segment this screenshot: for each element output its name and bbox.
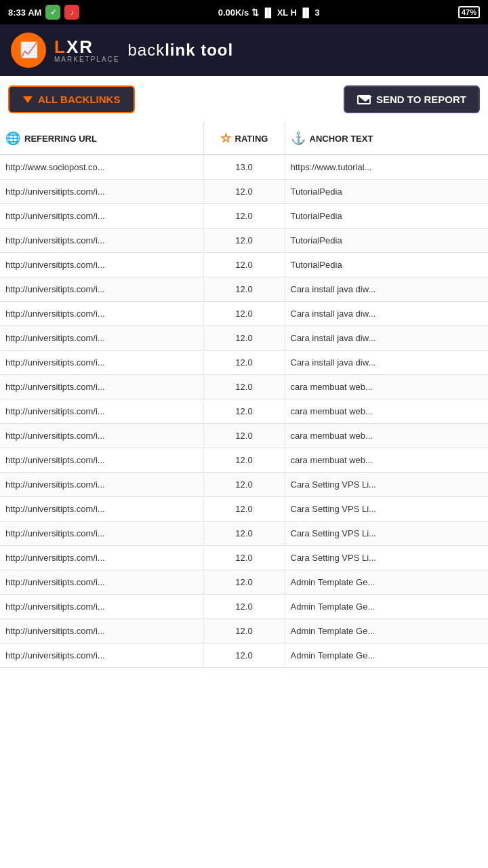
- table-row[interactable]: http://universitipts.com/i...12.0Admin T…: [0, 595, 488, 619]
- table-row[interactable]: http://universitipts.com/i...12.0Admin T…: [0, 570, 488, 595]
- table-row[interactable]: http://universitipts.com/i...12.0Cara Se…: [0, 473, 488, 497]
- table-row[interactable]: http://universitipts.com/i...12.0Cara in…: [0, 302, 488, 326]
- table-row[interactable]: http://universitipts.com/i...12.0Tutoria…: [0, 204, 488, 229]
- th-rating-icon-group: ☆ RATING: [220, 131, 268, 146]
- table-row[interactable]: http://universitipts.com/i...12.0Cara Se…: [0, 546, 488, 570]
- table-row[interactable]: http://universitipts.com/i...12.0Tutoria…: [0, 180, 488, 204]
- cell-url: http://universitipts.com/i...: [0, 375, 203, 399]
- cell-rating: 12.0: [203, 375, 285, 399]
- status-left: 8:33 AM ✓ ♪: [8, 5, 79, 20]
- cell-rating: 12.0: [203, 277, 285, 302]
- table-row[interactable]: http://universitipts.com/i...12.0Cara Se…: [0, 521, 488, 546]
- signal-bars-2: ▐▌: [300, 7, 312, 18]
- send-to-report-button[interactable]: SEND TO REPORT: [344, 85, 480, 113]
- th-rating-label: RATING: [235, 134, 268, 144]
- cell-url: http://universitipts.com/i...: [0, 204, 203, 229]
- cell-url: http://universitipts.com/i...: [0, 253, 203, 277]
- cell-anchor: https://www.tutorial...: [285, 155, 488, 180]
- table-row[interactable]: http://universitipts.com/i...12.0Admin T…: [0, 644, 488, 668]
- cell-rating: 12.0: [203, 351, 285, 375]
- cell-url: http://www.sociopost.co...: [0, 155, 203, 180]
- table-row[interactable]: http://universitipts.com/i...12.0cara me…: [0, 399, 488, 424]
- status-time: 8:33 AM: [8, 7, 41, 18]
- logo-marketplace: MARKETPLACE: [54, 56, 119, 63]
- logo-l: L: [54, 37, 66, 57]
- cell-url: http://universitipts.com/i...: [0, 546, 203, 570]
- backlinks-table-container: 🌐 REFERRING URL ☆ RATING ⚓ ANCHOR TEXT: [0, 123, 488, 668]
- cell-anchor: Cara install java diw...: [285, 326, 488, 351]
- all-backlinks-label: ALL BACKLINKS: [38, 94, 120, 105]
- cell-anchor: Cara Setting VPS Li...: [285, 521, 488, 546]
- cell-anchor: Cara install java diw...: [285, 302, 488, 326]
- cell-anchor: TutorialPedia: [285, 229, 488, 253]
- logo-text: LXR MARKETPLACE: [54, 38, 119, 63]
- table-row[interactable]: http://universitipts.com/i...12.0Cara Se…: [0, 497, 488, 521]
- cell-url: http://universitipts.com/i...: [0, 595, 203, 619]
- cell-url: http://universitipts.com/i...: [0, 497, 203, 521]
- cell-anchor: cara membuat web...: [285, 399, 488, 424]
- table-header-row: 🌐 REFERRING URL ☆ RATING ⚓ ANCHOR TEXT: [0, 123, 488, 155]
- signal-number: 3: [314, 7, 319, 18]
- th-url-icon-group: 🌐 REFERRING URL: [5, 131, 97, 146]
- th-referring-url: 🌐 REFERRING URL: [0, 123, 203, 155]
- cell-anchor: Cara Setting VPS Li...: [285, 473, 488, 497]
- cell-anchor: Admin Template Ge...: [285, 644, 488, 668]
- battery-indicator: 47%: [458, 6, 480, 18]
- carrier-name: XL H: [277, 7, 297, 18]
- cell-url: http://universitipts.com/i...: [0, 473, 203, 497]
- table-row[interactable]: http://universitipts.com/i...12.0Tutoria…: [0, 253, 488, 277]
- table-header: 🌐 REFERRING URL ☆ RATING ⚓ ANCHOR TEXT: [0, 123, 488, 155]
- cell-url: http://universitipts.com/i...: [0, 277, 203, 302]
- cell-url: http://universitipts.com/i...: [0, 326, 203, 351]
- table-body: http://www.sociopost.co...13.0https://ww…: [0, 155, 488, 668]
- cell-url: http://universitipts.com/i...: [0, 399, 203, 424]
- envelope-icon: [357, 95, 371, 104]
- th-anchor-label: ANCHOR TEXT: [310, 134, 373, 144]
- status-right: 47%: [458, 6, 480, 18]
- cell-anchor: Cara install java diw...: [285, 277, 488, 302]
- cell-anchor: Admin Template Ge...: [285, 595, 488, 619]
- th-rating: ☆ RATING: [203, 123, 285, 155]
- cell-anchor: cara membuat web...: [285, 375, 488, 399]
- cell-rating: 12.0: [203, 326, 285, 351]
- notification-icon-red: ♪: [64, 5, 79, 20]
- table-row[interactable]: http://www.sociopost.co...13.0https://ww…: [0, 155, 488, 180]
- cell-url: http://universitipts.com/i...: [0, 302, 203, 326]
- cell-anchor: TutorialPedia: [285, 180, 488, 204]
- cell-rating: 12.0: [203, 570, 285, 595]
- status-bar: 8:33 AM ✓ ♪ 0.00K/s ⇅ ▐▌ XL H ▐▌ 3 47%: [0, 0, 488, 24]
- cell-url: http://universitipts.com/i...: [0, 570, 203, 595]
- cell-rating: 12.0: [203, 424, 285, 448]
- table-row[interactable]: http://universitipts.com/i...12.0cara me…: [0, 448, 488, 473]
- logo-lxr: LXR: [54, 38, 119, 56]
- cell-rating: 12.0: [203, 229, 285, 253]
- cell-anchor: Cara Setting VPS Li...: [285, 497, 488, 521]
- signal-bars: ▐▌: [262, 7, 274, 18]
- table-row[interactable]: http://universitipts.com/i...12.0Cara in…: [0, 351, 488, 375]
- logo-backlink-tool: backlink tool: [127, 41, 233, 60]
- table-row[interactable]: http://universitipts.com/i...12.0Cara in…: [0, 326, 488, 351]
- cell-anchor: Admin Template Ge...: [285, 619, 488, 644]
- cell-anchor: cara membuat web...: [285, 448, 488, 473]
- cell-url: http://universitipts.com/i...: [0, 351, 203, 375]
- cell-rating: 12.0: [203, 204, 285, 229]
- th-anchor-icon-group: ⚓ ANCHOR TEXT: [291, 131, 373, 146]
- network-arrows: ⇅: [251, 7, 259, 18]
- cell-url: http://universitipts.com/i...: [0, 521, 203, 546]
- table-row[interactable]: http://universitipts.com/i...12.0Tutoria…: [0, 229, 488, 253]
- all-backlinks-button[interactable]: ALL BACKLINKS: [8, 85, 135, 113]
- cell-anchor: Cara Setting VPS Li...: [285, 546, 488, 570]
- cell-rating: 12.0: [203, 180, 285, 204]
- logo-chart-icon: 📈: [20, 41, 38, 59]
- table-row[interactable]: http://universitipts.com/i...12.0Cara in…: [0, 277, 488, 302]
- cell-rating: 12.0: [203, 546, 285, 570]
- table-row[interactable]: http://universitipts.com/i...12.0cara me…: [0, 375, 488, 399]
- notification-icon-green: ✓: [45, 5, 60, 20]
- table-row[interactable]: http://universitipts.com/i...12.0Admin T…: [0, 619, 488, 644]
- table-row[interactable]: http://universitipts.com/i...12.0cara me…: [0, 424, 488, 448]
- cell-rating: 12.0: [203, 473, 285, 497]
- cell-rating: 12.0: [203, 521, 285, 546]
- cell-rating: 12.0: [203, 302, 285, 326]
- status-center: 0.00K/s ⇅ ▐▌ XL H ▐▌ 3: [218, 7, 320, 18]
- cell-anchor: TutorialPedia: [285, 253, 488, 277]
